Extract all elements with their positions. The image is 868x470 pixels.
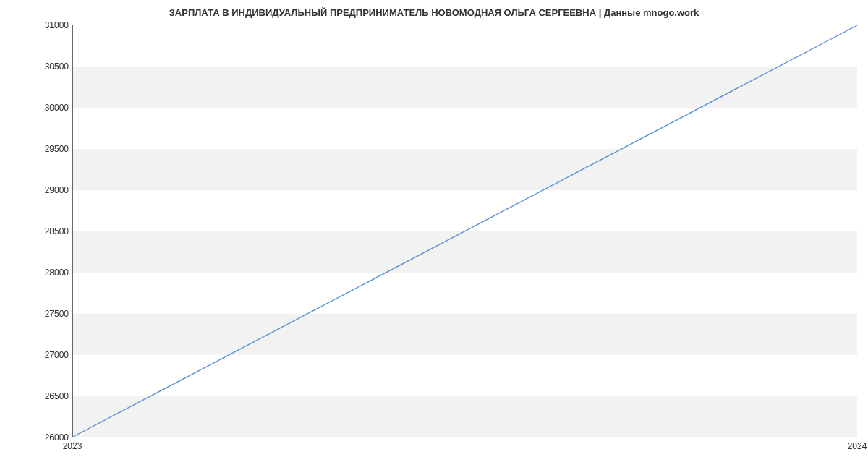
chart-title: ЗАРПЛАТА В ИНДИВИДУАЛЬНЫЙ ПРЕДПРИНИМАТЕЛ… xyxy=(0,7,868,18)
y-tick-label: 26000 xyxy=(11,432,69,443)
line-svg xyxy=(73,25,857,437)
y-tick-label: 28000 xyxy=(11,268,69,278)
y-tick-label: 27500 xyxy=(11,309,69,319)
y-tick-label: 31000 xyxy=(11,20,69,30)
y-tick-label: 30500 xyxy=(11,61,69,72)
y-tick-label: 29500 xyxy=(11,144,69,154)
x-tick-label: 2024 xyxy=(848,441,867,451)
data-line xyxy=(73,25,857,437)
y-tick-label: 28500 xyxy=(11,226,69,236)
y-tick-label: 30000 xyxy=(11,103,69,113)
x-tick-label: 2023 xyxy=(63,441,82,451)
y-tick-label: 26500 xyxy=(11,391,69,401)
y-tick-label: 29000 xyxy=(11,185,69,195)
y-tick-label: 27000 xyxy=(11,350,69,360)
plot-area xyxy=(72,25,857,437)
